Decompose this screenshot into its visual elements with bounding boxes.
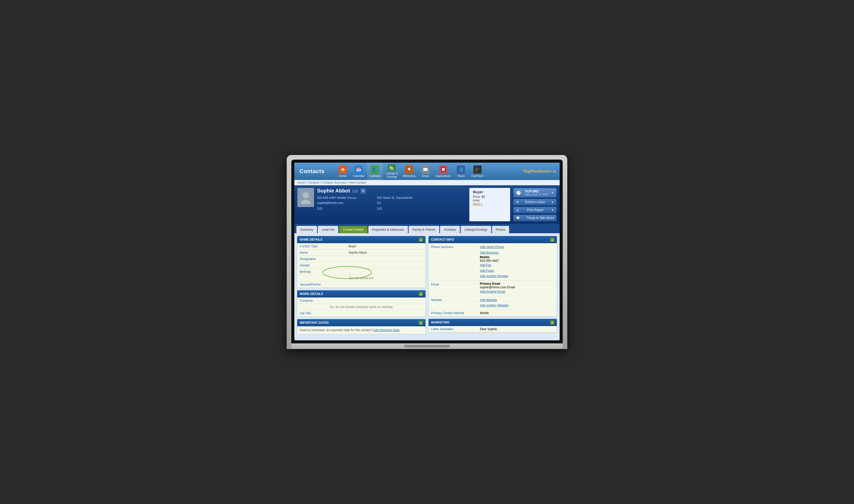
listings-icon: 🏡 <box>388 164 396 171</box>
laptop-hinge <box>404 345 450 347</box>
tab-family[interactable]: Family & Friends <box>408 226 439 233</box>
perform-action-button[interactable]: ⚙ Perform Action ▼ <box>513 199 557 205</box>
print-report-label: Print Report <box>527 208 543 212</box>
breadcrumb-home[interactable]: Home <box>297 181 305 184</box>
name-details-section: NAME DETAILS ▲ Contact Type Buyer Name S… <box>297 236 426 288</box>
primary-email-label: Primary Email <box>480 282 500 286</box>
table-row: Company <box>297 298 425 304</box>
contact-address-edit[interactable]: Edit <box>377 206 413 211</box>
buyer-more-link[interactable]: More » <box>473 202 482 206</box>
future-label: FUTURE <box>525 190 548 193</box>
important-dates-title: IMPORTANT DATES <box>300 321 329 325</box>
nav-item-fasttrack[interactable]: 🎓 FastTrack <box>469 163 486 180</box>
nav-label-contacts: Contacts <box>370 174 381 177</box>
website-label: Website <box>429 296 477 310</box>
nav-item-listings[interactable]: 🏡 Listings &Closings <box>383 163 400 180</box>
work-details-header: WORK DETAILS ▲ <box>297 290 425 298</box>
add-important-date-link[interactable]: Add Important Date <box>373 328 399 332</box>
contact-name-edit[interactable]: Edit <box>352 189 358 193</box>
buyer-info-box: Buyer Price: $0 Area: More » <box>469 188 510 221</box>
marketing-header: MARKETING ▲ <box>429 319 557 326</box>
screen-bezel: Contacts 🏠 Home 📅 Calendar 👥 Contacts <box>291 160 563 343</box>
contact-address-line1: 916 Stave St, Sacramento <box>377 196 413 200</box>
important-dates-text: Need to remember an important date for t… <box>300 328 372 332</box>
work-details-collapse-icon[interactable]: ▲ <box>419 292 423 296</box>
marketing-table: Letter Salutation Dear Sophie, <box>429 326 557 332</box>
add-another-number-link[interactable]: Add Another Number <box>480 273 554 279</box>
app-title: Contacts <box>294 163 335 180</box>
nav-items: 🏠 Home 📅 Calendar 👥 Contacts 🏡 Listings … <box>335 163 519 180</box>
tab-listings-closings[interactable]: Listings/Closings <box>461 226 491 233</box>
things-to-talk-button[interactable]: 💬 Things to Talk About <box>513 215 557 221</box>
nav-item-marketing[interactable]: 📢 Marketing <box>400 163 418 180</box>
job-title-value <box>346 310 425 317</box>
contact-info-collapse-icon[interactable]: ▲ <box>550 238 554 242</box>
add-home-phone-link[interactable]: Add Home Phone <box>480 245 554 250</box>
primary-contact-value: Mobile <box>477 310 557 316</box>
work-details-title: WORK DETAILS <box>300 292 323 296</box>
brand-logo: TopProducer® 8i <box>519 163 560 180</box>
add-another-email-link[interactable]: Add Another Email <box>480 289 554 295</box>
print-report-button[interactable]: 🖨 Print Report ▼ <box>513 207 557 213</box>
letter-salutation-row: Letter Salutation Dear Sophie, <box>429 326 557 332</box>
contact-phone-edit[interactable]: Edit <box>317 206 356 211</box>
tab-photos[interactable]: Photos <box>492 226 509 233</box>
work-details-section: WORK DETAILS ▲ Company No, do not includ… <box>297 290 426 317</box>
tab-lead-info[interactable]: Lead Info <box>318 226 338 233</box>
email-row: Email Primary Email sophie@home.com Emai… <box>429 281 557 296</box>
marketing-collapse-icon[interactable]: ▲ <box>550 321 554 325</box>
avatar <box>297 188 314 207</box>
breadcrumb-contacts[interactable]: Contacts <box>308 181 319 184</box>
tab-properties[interactable]: Properties & Addresses <box>368 226 408 233</box>
brand-name: TopProducer <box>523 169 550 174</box>
email-label: Email <box>429 281 477 296</box>
add-another-website-link[interactable]: Add Another Website <box>480 303 554 308</box>
talk-icon: 💬 <box>516 216 520 220</box>
company-value <box>346 298 425 304</box>
contact-email: sophie@home.com <box>317 201 344 205</box>
fasttrack-icon: 🎓 <box>473 165 482 174</box>
buyer-price: Price: $0 <box>473 195 507 199</box>
email-values: Primary Email sophie@home.com Email Add … <box>477 281 557 296</box>
add-pager-link[interactable]: Add Pager <box>480 268 554 274</box>
add-business-link[interactable]: Add Business <box>480 250 554 256</box>
name-details-table: Contact Type Buyer Name Sophie Abbot Des… <box>297 243 425 288</box>
gender-label: Gender <box>297 262 346 269</box>
nav-item-applications[interactable]: 🔲 Applications <box>433 163 453 180</box>
phone-numbers-label: Phone Numbers <box>429 243 477 281</box>
website-row: Website Add Website Add Another Website <box>429 296 557 310</box>
tab-contact-details[interactable]: Contact Details <box>339 226 367 233</box>
name-details-collapse-icon[interactable]: ▲ <box>419 238 423 242</box>
nav-item-share[interactable]: 📘 Share <box>453 163 469 180</box>
designation-label: Designation <box>297 256 346 262</box>
nav-label-fasttrack: FastTrack <box>471 174 484 177</box>
future-status-button[interactable]: 🕐 FUTURE Since June 27, 2017 ▼ <box>513 188 557 198</box>
breadcrumb-contacts-summary[interactable]: Contacts Summary <box>323 181 346 184</box>
table-row: Spouse/Partner <box>297 282 425 288</box>
important-dates-collapse-icon[interactable]: ▲ <box>419 321 423 325</box>
important-dates-header: IMPORTANT DATES ▲ <box>297 319 425 326</box>
nav-item-email[interactable]: ✉️ Email <box>418 163 433 180</box>
designation-value <box>346 256 425 262</box>
table-row: Designation <box>297 256 425 262</box>
brand-suffix: ® 8i <box>550 169 556 173</box>
right-panel: CONTACT INFO ▲ Phone Numbers Add Home Ph… <box>428 236 557 338</box>
primary-contact-row: Primary Contact Method Mobile <box>429 310 557 316</box>
tab-summary[interactable]: Summary <box>296 226 317 233</box>
company-note: No, do not include company name on maili… <box>297 304 425 310</box>
add-fax-link[interactable]: Add Fax <box>480 263 554 268</box>
nav-label-applications: Applications <box>436 174 451 177</box>
tab-activities[interactable]: Activities <box>440 226 460 233</box>
nav-item-calendar[interactable]: 📅 Calendar <box>350 163 367 180</box>
nav-item-contacts[interactable]: 👥 Contacts <box>367 163 383 180</box>
add-website-link[interactable]: Add Website <box>480 298 554 303</box>
nav-label-marketing: Marketing <box>403 174 415 177</box>
buyer-area: Area: <box>473 199 507 202</box>
nav-item-home[interactable]: 🏠 Home <box>335 163 350 180</box>
gender-value <box>346 262 425 269</box>
contacts-icon: 👥 <box>371 165 379 174</box>
laptop-base <box>291 343 563 349</box>
buyer-type: Buyer <box>473 190 507 194</box>
tabs-bar: Summary Lead Info Contact Details Proper… <box>294 224 560 233</box>
birthday-label: Birthday <box>297 269 346 275</box>
